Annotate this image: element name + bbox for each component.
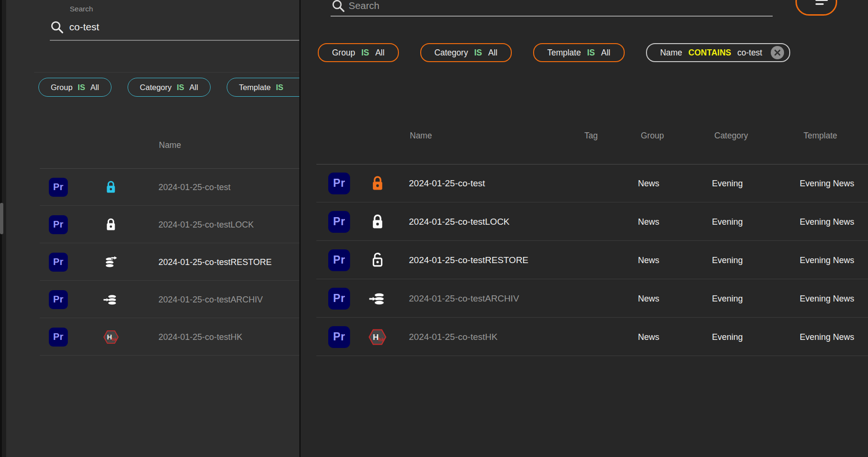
left-project-list-panel: Search GroupISAllCategoryISAllTemplateIS… <box>6 0 299 457</box>
category-filter-chip[interactable]: CategoryISAll <box>128 78 211 97</box>
lock-open-icon <box>366 252 389 269</box>
item-category: Evening <box>712 217 743 227</box>
chip-text: IS <box>177 83 185 92</box>
item-name: 2024-01-25-co-testARCHIV <box>158 294 263 304</box>
item-template: Evening News <box>800 178 854 188</box>
table-row[interactable]: Pr2024-01-25-co-testRESTORENewsEveningEv… <box>301 241 868 279</box>
svg-text:hk: hk <box>378 336 384 342</box>
chip-text: IS <box>587 48 595 58</box>
lock-cyan-icon <box>99 180 123 194</box>
chip-text: CONTAINS <box>688 48 731 58</box>
chip-text: All <box>90 83 99 92</box>
search-icon <box>331 0 346 13</box>
chip-text: Group <box>51 83 73 92</box>
item-category: Evening <box>712 332 743 342</box>
item-template: Evening News <box>800 217 854 227</box>
table-header-row: Name <box>6 140 299 152</box>
column-header-group[interactable]: Group <box>641 131 664 141</box>
item-group: News <box>638 255 659 265</box>
window-edge-rail <box>0 0 7 457</box>
item-template: Evening News <box>800 255 854 265</box>
chip-text: IS <box>474 48 482 58</box>
premiere-pro-icon: Pr <box>49 328 68 347</box>
chip-text: Group <box>332 48 355 58</box>
chip-text: All <box>189 83 198 92</box>
left-scrollbar-thumb[interactable] <box>0 203 3 234</box>
template-filter-chip[interactable]: TemplateIS <box>227 78 299 97</box>
table-row[interactable]: PrHhk2024-01-25-co-testHKNewsEveningEven… <box>301 318 868 356</box>
table-row[interactable]: Pr2024-01-25-co-testLOCK <box>6 206 299 243</box>
chip-text: Template <box>547 48 581 58</box>
premiere-pro-icon: Pr <box>49 290 68 309</box>
group-filter-chip[interactable]: GroupISAll <box>38 78 111 97</box>
item-group: News <box>638 293 659 303</box>
premiere-pro-icon: Pr <box>49 215 68 234</box>
search-input[interactable] <box>69 18 259 36</box>
column-header-name[interactable]: Name <box>159 140 181 150</box>
item-category: Evening <box>712 178 743 188</box>
category-filter-chip[interactable]: CategoryISAll <box>420 43 512 62</box>
table-row[interactable]: Pr2024-01-25-co-testRESTORE <box>6 243 299 281</box>
premiere-pro-icon: Pr <box>49 253 68 272</box>
lock-orange-icon <box>366 175 389 192</box>
column-header-category[interactable]: Category <box>714 131 748 141</box>
project-table: Pr2024-01-25-co-testPr2024-01-25-co-test… <box>6 168 299 356</box>
chip-text: All <box>488 48 497 58</box>
chip-text: IS <box>78 83 85 92</box>
item-name: 2024-01-25-co-testRESTORE <box>158 257 272 267</box>
search-label: Search <box>70 5 93 13</box>
chip-text: Category <box>140 83 172 92</box>
lock-white-icon <box>99 217 123 232</box>
premiere-pro-icon: Pr <box>328 211 350 233</box>
db-archive-icon <box>99 292 123 307</box>
hk-badge-icon: Hhk <box>366 329 389 346</box>
app-window: { "colors": { "accent_orange": "#EE6B0E"… <box>0 0 868 457</box>
premiere-pro-icon: Pr <box>49 178 68 197</box>
item-template: Evening News <box>800 293 854 303</box>
item-name: 2024-01-25-co-testARCHIV <box>409 293 519 304</box>
chip-text: Template <box>239 83 271 92</box>
column-header-name[interactable]: Name <box>410 131 432 141</box>
table-row[interactable]: PrHhk2024-01-25-co-testHK <box>6 318 299 356</box>
item-group: News <box>638 178 659 188</box>
svg-text:hk: hk <box>111 337 117 341</box>
table-row[interactable]: Pr2024-01-25-co-testNewsEveningEvening N… <box>301 164 868 202</box>
db-archive-icon <box>366 290 389 307</box>
search-input[interactable] <box>349 0 586 14</box>
remove-filter-icon[interactable] <box>770 46 785 60</box>
hk-badge-icon: Hhk <box>99 329 123 344</box>
filter-chip-bar: GroupISAllCategoryISAllTemplateISAllName… <box>318 43 790 62</box>
table-row[interactable]: Pr2024-01-25-co-testARCHIVNewsEveningEve… <box>301 279 868 318</box>
chip-text: All <box>601 48 610 58</box>
chip-text: All <box>375 48 384 58</box>
table-row[interactable]: Pr2024-01-25-co-test <box>6 168 299 206</box>
item-name: 2024-01-25-co-testHK <box>158 332 242 342</box>
item-group: News <box>638 332 659 342</box>
chip-text: Category <box>434 48 468 58</box>
chip-text: IS <box>361 48 369 58</box>
section-divider <box>34 72 299 73</box>
premiere-pro-icon: Pr <box>328 288 350 310</box>
chip-text: IS <box>276 83 284 92</box>
table-row[interactable]: Pr2024-01-25-co-testLOCKNewsEveningEveni… <box>301 202 868 241</box>
group-filter-chip[interactable]: GroupISAll <box>318 43 399 62</box>
item-category: Evening <box>712 293 743 303</box>
filter-menu-button[interactable] <box>795 0 837 16</box>
item-name: 2024-01-25-co-testRESTORE <box>409 255 528 265</box>
chip-text: Name <box>660 48 683 58</box>
item-name: 2024-01-25-co-testLOCK <box>409 217 509 227</box>
search-underline <box>50 40 299 41</box>
name-contains-filter-chip[interactable]: NameCONTAINSco-test <box>646 43 790 62</box>
column-header-template[interactable]: Template <box>803 131 837 141</box>
item-name: 2024-01-25-co-testLOCK <box>158 219 254 229</box>
item-name: 2024-01-25-co-test <box>409 178 485 189</box>
lock-white-icon <box>366 213 389 230</box>
premiere-pro-icon: Pr <box>328 326 350 348</box>
table-row[interactable]: Pr2024-01-25-co-testARCHIV <box>6 281 299 318</box>
table-header-row: NameTagGroupCategoryTemplate <box>301 131 868 142</box>
column-header-tag[interactable]: Tag <box>584 131 598 141</box>
sort-lines-icon <box>806 0 824 10</box>
premiere-pro-icon: Pr <box>328 249 350 271</box>
template-filter-chip[interactable]: TemplateISAll <box>533 43 625 62</box>
item-name: 2024-01-25-co-test <box>158 182 231 192</box>
